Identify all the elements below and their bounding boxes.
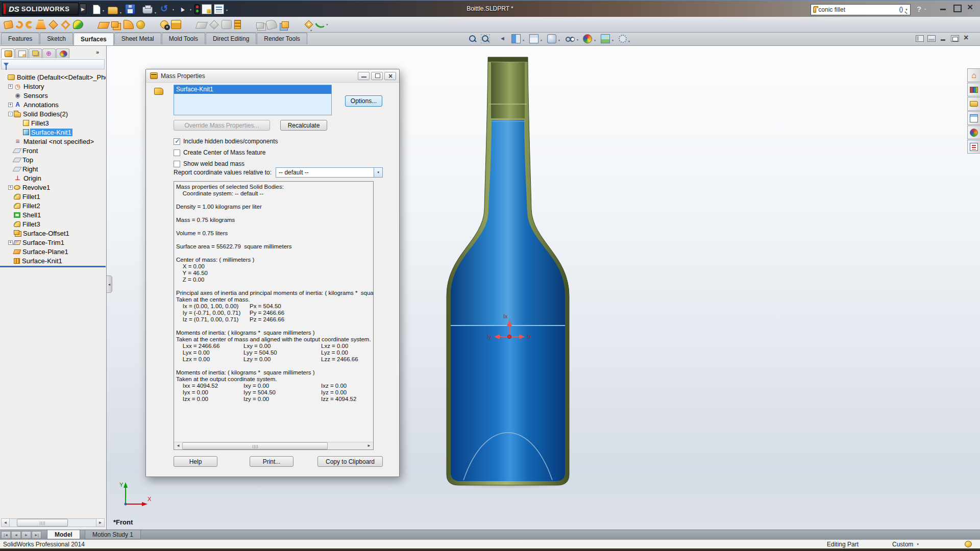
model-tab[interactable]: Model [47, 530, 80, 539]
tree-item[interactable]: - Solid Bodies(2) [1, 109, 106, 118]
propertymanager-tab-icon[interactable] [15, 48, 28, 58]
panel-collapse-handle[interactable]: ◄ [107, 276, 112, 293]
tree-expander[interactable] [8, 231, 13, 236]
undo-icon[interactable] [160, 4, 170, 14]
help-button[interactable]: Help [174, 456, 217, 467]
zoom-fit-icon[interactable] [468, 34, 477, 43]
tree-item[interactable]: + Revolve1 [1, 183, 106, 192]
tree-item[interactable]: Fillet1 [1, 192, 106, 201]
document-close-icon[interactable] [963, 35, 971, 42]
tree-item[interactable]: Sensors [1, 91, 106, 100]
tree-expander[interactable] [17, 121, 22, 126]
tree-item[interactable]: + Annotations [1, 100, 106, 109]
results-horizontal-scrollbar[interactable]: ◄ ► [174, 442, 373, 449]
tree-expander[interactable]: + [8, 185, 13, 190]
extruded-surface-icon[interactable] [4, 20, 13, 29]
task-pane-tab[interactable] [967, 97, 980, 111]
untrim-surface-icon[interactable] [222, 20, 232, 29]
separator[interactable] [86, 20, 96, 29]
task-pane-tab[interactable] [967, 111, 980, 125]
checkbox[interactable] [174, 161, 180, 167]
next-tab-icon[interactable]: ► [21, 531, 31, 539]
document-restore-icon[interactable] [951, 35, 959, 42]
scrollbar-thumb[interactable] [17, 519, 68, 527]
planar-surface-icon[interactable] [97, 22, 110, 29]
zoom-area-icon[interactable] [481, 34, 490, 43]
rebuild-icon[interactable] [194, 4, 200, 14]
scroll-left-icon[interactable]: ◄ [2, 519, 10, 527]
separator[interactable] [184, 20, 194, 29]
intersect-icon[interactable] [282, 21, 289, 28]
tree-expander[interactable] [8, 213, 13, 217]
scroll-right-icon[interactable]: ► [365, 442, 373, 449]
tree-expander[interactable] [8, 148, 13, 153]
task-pane-tab[interactable] [967, 83, 980, 96]
flex-icon[interactable] [265, 19, 277, 30]
thicken-icon[interactable] [171, 20, 181, 29]
apply-scene-icon[interactable] [601, 34, 610, 43]
tree-expander[interactable] [8, 93, 13, 98]
recalculate-button[interactable]: Recalculate [280, 120, 327, 131]
units-selector[interactable]: Custom [892, 541, 919, 548]
scrollbar-thumb[interactable] [182, 442, 328, 449]
tree-item[interactable]: Fillet2 [1, 201, 106, 210]
revolved-surface-icon[interactable] [14, 19, 24, 30]
tree-expander[interactable] [8, 139, 13, 144]
first-tab-icon[interactable]: |◄ [1, 531, 11, 539]
tree-expander[interactable] [8, 167, 13, 171]
minimize-button[interactable] [939, 4, 947, 11]
tree-item[interactable]: Origin [1, 173, 106, 183]
print-button[interactable]: Print... [250, 456, 293, 467]
print-icon[interactable] [142, 7, 153, 14]
selection-list[interactable]: Surface-Knit1 [174, 85, 332, 115]
open-icon[interactable] [108, 7, 118, 14]
tree-item[interactable]: Top [1, 155, 106, 164]
extend-surface-icon[interactable] [195, 22, 208, 29]
tree-item[interactable]: Boittle (Default<<Default>_Pho [1, 72, 106, 82]
file-properties-icon[interactable] [202, 4, 212, 14]
tree-item[interactable]: Surface-Offset1 [1, 229, 106, 238]
curves-icon[interactable] [315, 20, 325, 29]
reference-geometry-icon[interactable] [305, 20, 313, 29]
tree-expander[interactable] [8, 249, 13, 254]
override-mass-properties-button[interactable]: Override Mass Properties... [174, 120, 270, 131]
panel-horizontal-scrollbar[interactable]: ◄ ► [1, 518, 105, 527]
maximize-button[interactable] [953, 4, 961, 11]
edit-appearance-icon[interactable] [583, 34, 592, 43]
delete-face-icon[interactable] [160, 20, 168, 29]
pane-preview-icon[interactable] [916, 35, 924, 42]
trim-surface-icon[interactable] [209, 20, 218, 29]
featuremanager-tab-icon[interactable] [1, 48, 14, 58]
coordinate-system-select[interactable]: -- default -- ▼ [276, 167, 383, 178]
close-button[interactable] [967, 4, 975, 11]
tree-filter-bar[interactable] [1, 59, 105, 69]
boundary-surface-icon[interactable] [48, 20, 58, 29]
tree-expander[interactable]: - [8, 112, 13, 116]
status-sphere-icon[interactable] [965, 541, 972, 547]
tree-item[interactable]: Shell1 [1, 210, 106, 219]
displaymanager-tab-icon[interactable] [56, 48, 69, 58]
tree-item[interactable]: Fillet3 [1, 118, 106, 128]
fillet-icon[interactable] [136, 20, 145, 29]
pane-split-icon[interactable] [927, 35, 936, 42]
command-tab[interactable]: Direct Editing [206, 33, 256, 44]
move-face-icon[interactable] [256, 22, 264, 29]
task-pane-tab[interactable] [967, 68, 980, 82]
tree-expander[interactable]: + [8, 103, 13, 107]
options-button[interactable]: Options... [345, 95, 382, 107]
new-document-icon[interactable] [93, 5, 101, 14]
dialog-close-button[interactable] [384, 72, 396, 80]
save-icon[interactable] [125, 4, 135, 14]
task-pane-tab[interactable] [967, 140, 980, 154]
filled-surface-icon[interactable] [61, 20, 70, 29]
search-dropdown-icon[interactable]: ▼ [905, 8, 908, 11]
task-pane-tab[interactable] [967, 126, 980, 139]
bottle-model[interactable]: Ix Iy Iz [444, 56, 577, 487]
tree-item[interactable]: Material <not specified> [1, 137, 106, 146]
tree-expander[interactable] [8, 176, 13, 181]
separator[interactable] [291, 20, 302, 29]
lofted-surface-icon[interactable] [36, 20, 46, 29]
checkbox[interactable] [174, 138, 180, 145]
freeform-icon[interactable] [73, 20, 83, 29]
command-tab[interactable]: Features [1, 33, 39, 44]
